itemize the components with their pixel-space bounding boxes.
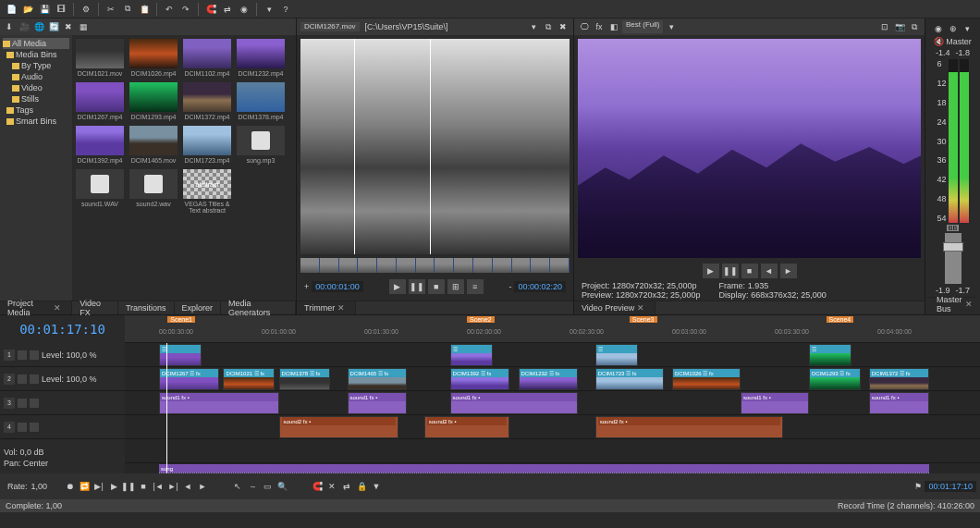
tab-project-media[interactable]: Project Media✕ bbox=[0, 301, 72, 314]
media-thumb[interactable]: DCIM1232.mp4 bbox=[237, 39, 285, 77]
media-thumb[interactable]: DCIM1021.mov bbox=[76, 39, 124, 77]
master-fader[interactable] bbox=[945, 233, 962, 284]
tl-stop-icon[interactable]: ■ bbox=[137, 480, 150, 493]
video-clip[interactable]: DCIM1026 ☰ fx bbox=[672, 368, 741, 390]
trim-tc-right[interactable]: 00:00:02:20 bbox=[514, 281, 566, 292]
master-auto-icon[interactable]: ▾ bbox=[962, 22, 974, 35]
new-icon[interactable]: 📄 bbox=[4, 2, 18, 17]
tree-item[interactable]: Media Bins bbox=[3, 49, 69, 60]
tl-snap-icon[interactable]: 🧲 bbox=[311, 480, 324, 493]
audio-clip-song[interactable]: song bbox=[159, 464, 929, 473]
redo-icon[interactable]: ↷ bbox=[178, 2, 193, 17]
close-icon[interactable]: ✕ bbox=[634, 303, 647, 313]
audio-clip[interactable]: sound2 fx • bbox=[595, 416, 784, 438]
tree-item[interactable]: Tags bbox=[3, 104, 69, 116]
tl-pause-icon[interactable]: ❚❚ bbox=[122, 480, 135, 493]
prev-snap-icon[interactable]: 📷 bbox=[893, 20, 906, 33]
refresh-icon[interactable]: 🔄 bbox=[47, 20, 60, 33]
prev-dd-icon[interactable]: ▾ bbox=[665, 20, 678, 33]
preview-viewport[interactable] bbox=[578, 39, 921, 258]
prev-fx-icon[interactable]: fx bbox=[593, 20, 606, 33]
rate-value[interactable]: 1,00 bbox=[31, 482, 48, 491]
trimmer-title[interactable]: DCIM1267.mov bbox=[300, 22, 360, 31]
tree-item[interactable]: All Media bbox=[3, 38, 69, 49]
master-ins-icon[interactable]: ⊕ bbox=[947, 22, 960, 35]
region-marker[interactable]: Scene1 bbox=[167, 316, 195, 323]
media-thumb[interactable]: DCIM1026.mp4 bbox=[129, 39, 178, 77]
region-marker[interactable]: Scene4 bbox=[827, 316, 854, 323]
ripple-icon[interactable]: ⇄ bbox=[220, 2, 235, 17]
cursor-timecode[interactable]: 00:01:17:10 bbox=[19, 322, 105, 337]
trim-tc-left-sign[interactable]: + bbox=[304, 282, 309, 291]
master-bb[interactable]: BB bbox=[947, 225, 959, 231]
track-header[interactable]: 1Level: 100,0 % bbox=[0, 343, 125, 367]
track-solo-icon[interactable] bbox=[30, 399, 39, 408]
media-thumb[interactable]: sound2.wav bbox=[129, 169, 178, 214]
track-header[interactable]: 3 bbox=[0, 391, 125, 415]
tl-prevframe-icon[interactable]: ◄ bbox=[181, 480, 194, 493]
tl-record-icon[interactable]: ⏺ bbox=[63, 480, 76, 493]
tl-gostart-icon[interactable]: |◄ bbox=[152, 480, 165, 493]
tl-loop-icon[interactable]: 🔁 bbox=[78, 480, 91, 493]
media-thumb[interactable]: DCIM1378.mp4 bbox=[237, 82, 285, 120]
tl-goend-icon[interactable]: ►| bbox=[166, 480, 179, 493]
tl-marker-icon[interactable]: ▼ bbox=[370, 480, 383, 493]
video-clip[interactable]: ☰ bbox=[450, 344, 493, 366]
timeline-ruler[interactable]: 00:00:30:0000:01:00:0000:01:30:0000:02:0… bbox=[125, 315, 980, 343]
tree-item[interactable]: By Type bbox=[3, 60, 69, 71]
region-marker[interactable]: Scene3 bbox=[630, 316, 657, 323]
prev-pause-icon[interactable]: ❚❚ bbox=[722, 264, 739, 278]
video-clip[interactable]: DCIM1232 ☰ fx bbox=[519, 368, 579, 390]
prev-overlay-icon[interactable]: ⊡ bbox=[878, 20, 891, 33]
prev-stop-icon[interactable]: ■ bbox=[741, 264, 758, 278]
capture-icon[interactable]: 🎥 bbox=[18, 20, 31, 33]
video-clip[interactable]: DCIM1392 ☰ fx bbox=[450, 368, 510, 390]
trim-opts-icon[interactable]: ▾ bbox=[527, 20, 540, 33]
trim-stop-icon[interactable]: ■ bbox=[428, 279, 445, 294]
track-area[interactable]: ☰☰☰☰DCIM1267 ☰ fxDCIM1021 ☰ fxDCIM1378 ☰… bbox=[125, 343, 980, 473]
snap-icon[interactable]: 🧲 bbox=[203, 2, 218, 17]
track-solo-icon[interactable] bbox=[30, 350, 39, 360]
video-clip[interactable]: ☰ bbox=[159, 344, 202, 366]
tab-video-preview[interactable]: Video Preview✕ bbox=[574, 301, 655, 314]
save-icon[interactable]: 💾 bbox=[37, 2, 52, 17]
media-thumb[interactable]: sound1.WAV bbox=[76, 169, 124, 214]
media-thumb[interactable]: DCIM1372.mp4 bbox=[183, 82, 231, 120]
trim-pause-icon[interactable]: ❚❚ bbox=[409, 279, 425, 294]
track-mute-icon[interactable] bbox=[18, 423, 27, 432]
playhead[interactable] bbox=[166, 343, 167, 473]
trimmer-viewport[interactable] bbox=[300, 39, 570, 254]
tree-item[interactable]: Smart Bins bbox=[3, 116, 69, 127]
master-fx-icon[interactable]: ◉ bbox=[932, 22, 945, 35]
prev-copy-icon[interactable]: ⧉ bbox=[908, 20, 921, 33]
master-mute-icon[interactable]: 🔇 bbox=[934, 37, 944, 46]
tab-transitions[interactable]: Transitions bbox=[118, 301, 175, 314]
undo-icon[interactable]: ↶ bbox=[162, 2, 177, 17]
tab-master-bus[interactable]: Master Bus✕ bbox=[929, 298, 980, 311]
tree-item[interactable]: Stills bbox=[3, 93, 69, 104]
trim-close-icon[interactable]: ✖ bbox=[557, 20, 570, 33]
media-thumb[interactable]: DCIM1392.mp4 bbox=[76, 126, 124, 164]
cut-icon[interactable]: ✂ bbox=[104, 2, 118, 17]
getmedia-icon[interactable]: 🌐 bbox=[32, 20, 45, 33]
autosave-icon[interactable]: ◉ bbox=[237, 2, 251, 17]
tl-lock-icon[interactable]: 🔒 bbox=[355, 480, 368, 493]
prev-split-icon[interactable]: ◧ bbox=[607, 20, 620, 33]
media-thumb[interactable]: DCIM1102.mp4 bbox=[183, 39, 231, 77]
audio-clip[interactable]: sound1 fx • bbox=[348, 392, 408, 414]
prev-play-icon[interactable]: ▶ bbox=[703, 264, 719, 278]
tl-zoom-icon[interactable]: 🔍 bbox=[276, 480, 288, 493]
tl-autox-icon[interactable]: ✕ bbox=[325, 480, 338, 493]
track-header[interactable]: Vol: 0,0 dBPan: Center bbox=[0, 439, 125, 473]
tl-envelope-icon[interactable]: ～ bbox=[246, 480, 259, 493]
video-clip[interactable]: DCIM1378 ☰ fx bbox=[279, 368, 331, 390]
video-clip[interactable]: DCIM1465 ☰ fx bbox=[348, 368, 408, 390]
video-clip[interactable]: DCIM1293 ☰ fx bbox=[809, 368, 861, 390]
video-clip[interactable]: ☰ bbox=[595, 344, 638, 366]
audio-clip[interactable]: sound1 fx • bbox=[869, 392, 929, 414]
props-icon[interactable]: ⚙ bbox=[79, 2, 93, 17]
media-thumb[interactable]: song.mp3 bbox=[237, 126, 285, 164]
tab-video-fx[interactable]: Video FX bbox=[72, 301, 118, 314]
trim-more-icon[interactable]: ≡ bbox=[467, 279, 484, 294]
trim-add-icon[interactable]: ⊞ bbox=[447, 279, 464, 294]
